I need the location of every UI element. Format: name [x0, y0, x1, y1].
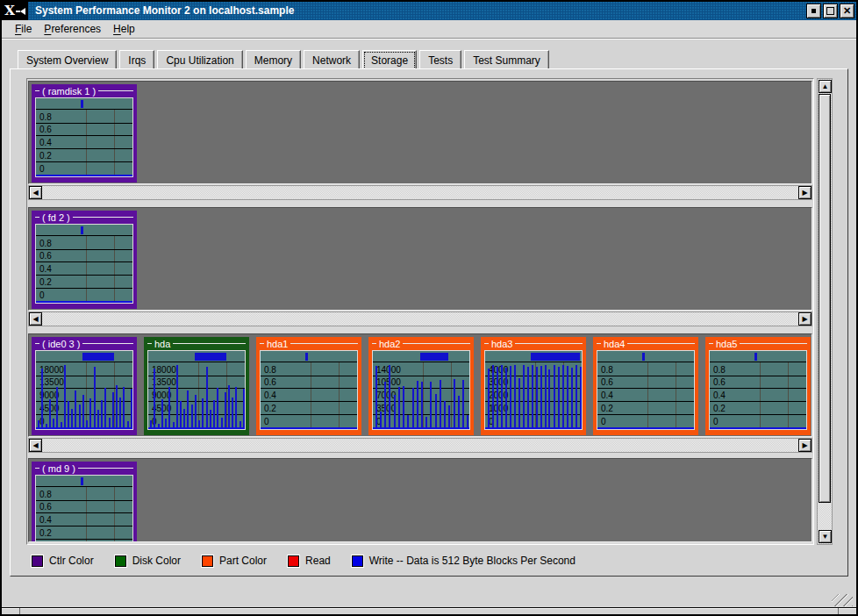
minimize-button[interactable]: [806, 4, 821, 18]
graph-indicator-strip: [710, 351, 806, 362]
graph-title: hda5: [709, 337, 807, 350]
write-spike: [150, 420, 152, 427]
window-menu-button[interactable]: X: [2, 2, 28, 20]
gridline-horizontal: [36, 376, 132, 376]
y-axis-label: 0.2: [713, 405, 726, 413]
y-axis-label: 0.2: [39, 152, 52, 161]
graph-title: hda4: [597, 337, 695, 350]
legend-label: Read: [305, 555, 331, 567]
write-spike: [71, 409, 73, 427]
horizontal-scrollbar-ramdisk[interactable]: ◀▶: [28, 185, 812, 200]
write-spike: [187, 390, 189, 427]
y-axis-label: 0.2: [39, 278, 52, 287]
write-spike: [183, 409, 185, 427]
window-controls: ✕: [806, 2, 856, 20]
write-spike: [217, 388, 218, 427]
write-spike: [536, 367, 538, 427]
write-spike: [375, 366, 377, 427]
graph-indicator-bar: [82, 353, 114, 361]
scroll-right-button[interactable]: ▶: [798, 186, 812, 199]
write-spike: [221, 418, 223, 427]
write-spike: [562, 365, 564, 427]
horizontal-scrollbar-ide0[interactable]: ◀▶: [28, 438, 812, 453]
horizontal-scrollbar-fd[interactable]: ◀▶: [28, 312, 812, 326]
write-spike: [38, 420, 39, 427]
write-spike: [53, 419, 54, 427]
y-axis-label: 0.8: [39, 491, 52, 499]
graph-indicator-strip: [148, 351, 245, 362]
write-spike: [435, 394, 437, 427]
scroll-up-button[interactable]: ▲: [819, 80, 832, 93]
gridline-horizontal: [597, 376, 694, 376]
write-spike: [540, 366, 542, 427]
menu-preferences[interactable]: Preferences: [38, 21, 107, 37]
resize-grip[interactable]: [832, 594, 853, 606]
y-axis-label: 0.8: [39, 240, 52, 248]
gridline-horizontal: [261, 388, 357, 389]
write-spike: [191, 405, 193, 427]
write-spike: [545, 365, 547, 427]
gridline-vertical: [647, 362, 648, 429]
scroll-right-button[interactable]: ▶: [798, 439, 812, 452]
y-axis-label: 0.4: [39, 516, 52, 525]
y-axis-label: 0.4: [601, 391, 613, 400]
scroll-down-button[interactable]: ▼: [819, 530, 832, 543]
write-spike: [56, 387, 58, 427]
gridline-horizontal: [36, 388, 132, 389]
write-spike: [49, 399, 51, 427]
close-button[interactable]: ✕: [840, 4, 854, 18]
scroll-left-button[interactable]: ◀: [29, 312, 42, 326]
graph-title: hda2: [372, 337, 470, 350]
frame-notch: [838, 608, 839, 614]
write-spike: [213, 400, 215, 427]
write-spike: [389, 365, 390, 427]
gridline-vertical: [423, 362, 424, 429]
gridline-horizontal: [148, 376, 245, 376]
graph-grid: 1800013500900045000: [148, 362, 245, 429]
y-axis-label: 0.8: [264, 366, 276, 375]
vertical-scrollbar-thumb[interactable]: [819, 94, 831, 503]
gridline-horizontal: [36, 526, 132, 526]
gridline-horizontal: [36, 135, 132, 136]
graph-grid: 0.80.60.40.20: [597, 362, 694, 429]
menu-help[interactable]: Help: [107, 21, 141, 37]
write-spike: [79, 405, 81, 427]
write-spike: [558, 367, 560, 427]
gridline-horizontal: [710, 401, 806, 402]
scroll-left-button[interactable]: ◀: [29, 186, 42, 199]
write-spike: [154, 369, 155, 427]
graph-grid: 40003000200010000: [485, 362, 582, 429]
write-baseline: [261, 427, 357, 429]
write-spike: [467, 415, 468, 427]
write-spike: [210, 410, 211, 427]
vertical-scrollbar[interactable]: ▲ ▼: [817, 78, 833, 545]
graph-grid: 1400010500700035000: [373, 362, 469, 429]
write-spike: [576, 365, 577, 427]
frame-notch: [19, 608, 20, 614]
write-spike: [202, 398, 204, 427]
menu-bar: FilePreferencesHelp: [2, 20, 856, 39]
storage-graph-fd2: ( fd 2 )0.80.60.40.20: [32, 211, 137, 309]
write-spike: [398, 387, 400, 427]
y-axis-label: 0: [264, 418, 269, 426]
window-title: System Performance Monitor 2 on localhos…: [28, 2, 806, 20]
write-spike: [235, 387, 237, 427]
write-spike: [454, 379, 455, 427]
menu-file[interactable]: File: [9, 21, 38, 37]
graph-indicator-bar: [531, 353, 580, 361]
graph-grid: 1800013500900045000: [36, 362, 132, 429]
graph-title: hda: [147, 337, 246, 350]
write-baseline: [36, 175, 132, 176]
gridline-horizontal: [36, 148, 132, 149]
gridline-vertical: [760, 362, 761, 429]
gridline-vertical: [114, 362, 115, 429]
graph-indicator-strip: [36, 98, 132, 110]
write-spike: [394, 395, 396, 427]
gridline-horizontal: [597, 414, 694, 415]
graph-grid: 0.80.60.40.20: [710, 362, 806, 429]
scroll-left-button[interactable]: ◀: [29, 439, 42, 452]
scroll-right-button[interactable]: ▶: [798, 312, 812, 326]
maximize-button[interactable]: [823, 4, 838, 18]
gridline-vertical: [86, 110, 87, 176]
write-spike: [68, 401, 69, 427]
